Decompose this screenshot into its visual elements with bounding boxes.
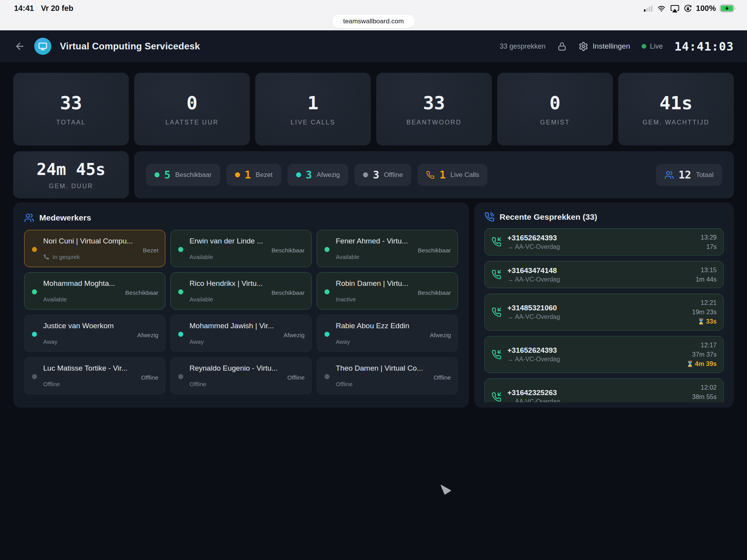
employee-name: Erwin van der Linde ... bbox=[189, 237, 263, 245]
employee-substatus: In gesprek bbox=[43, 254, 80, 260]
employee-card[interactable]: Luc Matisse Tortike - Vir... Offline Off… bbox=[24, 357, 165, 394]
employees-panel-header: Medewerkers bbox=[24, 213, 458, 223]
summary-row: 24m 45s GEM. DUUR 5 Beschikbaar 1 Bezet … bbox=[13, 151, 734, 198]
pill-offline[interactable]: 3 Offline bbox=[354, 164, 411, 186]
stat-label: LAATSTE UUR bbox=[165, 119, 219, 126]
lock-icon[interactable] bbox=[557, 42, 567, 51]
employee-card[interactable]: Rabie Abou Ezz Eddin Afwezig Away bbox=[317, 315, 458, 352]
live-dot bbox=[642, 44, 646, 49]
call-time: 12:21 bbox=[692, 298, 717, 307]
live-indicator: Live bbox=[642, 42, 663, 51]
call-item[interactable]: +31652624393 → AA-VC-Overdag 12:17 37m 3… bbox=[484, 336, 724, 373]
employee-status: Bezet bbox=[143, 247, 158, 254]
employee-substatus-label: In gesprek bbox=[53, 254, 80, 260]
stat-label: GEMIST bbox=[540, 119, 570, 126]
page-title: Virtual Computing Servicedesk bbox=[60, 41, 200, 52]
employee-card[interactable]: Rico Hendrikx | Virtu... Beschikbaar Ava… bbox=[170, 272, 312, 310]
call-time: 12:02 bbox=[692, 383, 717, 392]
pill-count: 1 bbox=[245, 169, 251, 181]
employee-substatus-label: Away bbox=[189, 338, 203, 345]
employee-card[interactable]: Theo Damen | Virtual Co... Offline Offli… bbox=[317, 357, 458, 394]
employee-substatus-label: Inactive bbox=[336, 296, 356, 303]
presence-dot-offline bbox=[32, 374, 37, 379]
pill-label: Totaal bbox=[696, 171, 714, 179]
call-item[interactable]: +31485321060 → AA-VC-Overdag 12:21 19m 2… bbox=[484, 294, 724, 331]
employee-card[interactable]: Justice van Woerkom Afwezig Away bbox=[24, 315, 165, 352]
status-dot-offline bbox=[363, 172, 368, 177]
employees-grid: Nori Cuni | Virtual Compu... Bezet In ge… bbox=[24, 230, 458, 394]
phone-incoming-icon bbox=[491, 307, 502, 317]
settings-button[interactable]: Instellingen bbox=[579, 42, 630, 51]
stat-label: GEM. DUUR bbox=[49, 183, 93, 190]
employee-status: Offline bbox=[141, 374, 158, 381]
battery-percent-label: 100% bbox=[696, 4, 716, 13]
employee-name: Rabie Abou Ezz Eddin bbox=[336, 322, 409, 330]
employee-card[interactable]: Nori Cuni | Virtual Compu... Bezet In ge… bbox=[24, 230, 165, 267]
employee-substatus-label: Available bbox=[189, 296, 213, 303]
employee-card[interactable]: Fener Ahmed - Virtu... Beschikbaar Avail… bbox=[317, 230, 458, 267]
presence-dot-away bbox=[178, 332, 183, 337]
call-target-queue: → AA-VC-Overdag bbox=[507, 313, 686, 320]
statusbar-right: 100% bbox=[644, 4, 736, 13]
pill-label: Bezet bbox=[256, 171, 272, 179]
employee-card[interactable]: Reynaldo Eugenio - Virtu... Offline Offl… bbox=[170, 357, 312, 394]
pill-totaal[interactable]: 12 Totaal bbox=[656, 164, 722, 186]
employee-card[interactable]: Mohammad Moghta... Beschikbaar Available bbox=[24, 272, 165, 310]
employee-name: Robin Damen | Virtu... bbox=[336, 279, 408, 288]
call-main: +31652624393 → AA-VC-Overdag bbox=[507, 234, 695, 250]
employee-status: Afwezig bbox=[137, 332, 158, 339]
employee-status: Offline bbox=[287, 374, 305, 381]
employee-substatus-label: Away bbox=[336, 338, 350, 345]
phone-icon bbox=[43, 254, 49, 260]
stat-card-totaal: 33 TOTAAL bbox=[13, 73, 129, 145]
presence-dot-available bbox=[32, 289, 37, 294]
stat-card-live-calls: 1 LIVE CALLS bbox=[255, 73, 371, 145]
gear-icon bbox=[579, 42, 588, 51]
employee-status: Beschikbaar bbox=[272, 289, 305, 296]
stat-label: TOTAAL bbox=[56, 119, 86, 126]
cellular-signal-icon bbox=[644, 5, 653, 12]
presence-dot-away bbox=[32, 332, 37, 337]
call-wait-time: ⌛4m 39s bbox=[686, 359, 717, 369]
back-button[interactable] bbox=[13, 40, 26, 53]
stats-row: 33 TOTAAL 0 LAATSTE UUR 1 LIVE CALLS 33 … bbox=[13, 73, 734, 145]
stat-card-laatste-uur: 0 LAATSTE UUR bbox=[134, 73, 250, 145]
pill-beschikbaar[interactable]: 5 Beschikbaar bbox=[146, 164, 220, 186]
employee-name: Fener Ahmed - Virtu... bbox=[336, 237, 408, 245]
status-dot-busy bbox=[235, 172, 240, 177]
hourglass-icon: ⌛ bbox=[686, 360, 694, 367]
pill-count: 3 bbox=[373, 169, 379, 181]
users-icon bbox=[24, 213, 34, 223]
stat-card-gemist: 0 GEMIST bbox=[497, 73, 613, 145]
pill-count: 3 bbox=[306, 169, 312, 181]
employee-name: Luc Matisse Tortike - Vir... bbox=[43, 364, 128, 373]
browser-url-pill[interactable]: teamswallboard.com bbox=[332, 15, 415, 28]
statusbar-time: 14:41 bbox=[14, 4, 34, 13]
pill-bezet[interactable]: 1 Bezet bbox=[226, 164, 281, 186]
call-number: +31485321060 bbox=[507, 304, 686, 312]
phone-icon bbox=[426, 171, 435, 179]
employee-card[interactable]: Erwin van der Linde ... Beschikbaar Avai… bbox=[170, 230, 312, 267]
stat-card-gem-wachttijd: 41s GEM. WACHTTIJD bbox=[618, 73, 734, 145]
presence-dot-available bbox=[178, 289, 183, 294]
call-duration: 38m 55s bbox=[692, 392, 717, 401]
users-icon bbox=[665, 170, 674, 180]
employee-card[interactable]: Mohammed Jawish | Vir... Afwezig Away bbox=[170, 315, 312, 352]
call-item[interactable]: +31643474148 → AA-VC-Overdag 13:15 1m 44… bbox=[484, 261, 724, 288]
employee-card[interactable]: Robin Damen | Virtu... Beschikbaar Inact… bbox=[317, 272, 458, 310]
recent-calls-list: +31652624393 → AA-VC-Overdag 13:29 17s +… bbox=[484, 228, 724, 402]
stat-value: 24m 45s bbox=[37, 160, 105, 179]
call-item[interactable]: +31642325263 → AA-VC-Overdag 12:02 38m 5… bbox=[484, 378, 724, 402]
agent-status-pills-panel: 5 Beschikbaar 1 Bezet 3 Afwezig 3 Offlin… bbox=[134, 151, 734, 198]
phone-incoming-icon bbox=[491, 237, 502, 247]
pill-live-calls[interactable]: 1 Live Calls bbox=[417, 164, 487, 186]
stat-value: 41s bbox=[659, 92, 693, 114]
call-item[interactable]: +31652624393 → AA-VC-Overdag 13:29 17s bbox=[484, 228, 724, 256]
pill-count: 5 bbox=[164, 169, 170, 181]
status-dot-available bbox=[154, 172, 160, 177]
pill-afwezig[interactable]: 3 Afwezig bbox=[288, 164, 349, 186]
stat-value: 0 bbox=[186, 92, 197, 114]
pill-label: Live Calls bbox=[451, 171, 479, 179]
main-content: Medewerkers Nori Cuni | Virtual Compu...… bbox=[13, 203, 734, 408]
employee-substatus-label: Offline bbox=[336, 381, 352, 387]
